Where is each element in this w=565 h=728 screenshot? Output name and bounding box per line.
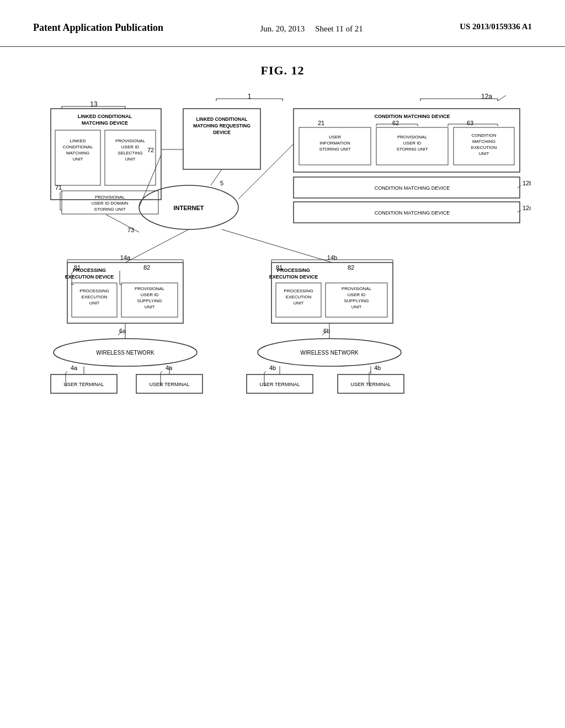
arrow-12c [518, 210, 521, 212]
label-ped-a-2: EXECUTION DEVICE [65, 274, 114, 280]
label-prov-supply-b-3: SUPPLYING [344, 298, 369, 303]
label-cond-exec-1: CONDITION [472, 133, 497, 138]
label-4b-2: 4b [374, 365, 381, 371]
label-prov-domain-1: PROVISIONAL [95, 195, 125, 200]
label-prov-domain-3: STORING UNIT [94, 207, 125, 212]
label-pex-a-3: UNIT [89, 301, 100, 306]
label-prov-sel-3: SELECTING [118, 151, 142, 156]
label-82a: 82 [143, 264, 150, 271]
label-82b: 82 [348, 264, 354, 271]
label-pex-b-2: EXECUTION [286, 295, 312, 299]
header-date: Jun. 20, 2013 [260, 24, 305, 33]
label-prov-domain-2: USER ID DOMAIN [92, 201, 129, 206]
label-81b: 81 [276, 264, 282, 271]
label-cmd-title: CONDITION MATCHING DEVICE [375, 114, 450, 119]
line-internet-cmd [238, 144, 294, 199]
figure-title: FIG. 12 [33, 63, 532, 78]
label-62: 62 [392, 120, 399, 126]
label-req-dev-3: DEVICE [213, 130, 231, 135]
label-5: 5 [220, 180, 223, 186]
label-12c-text: CONDITION MATCHING DEVICE [375, 210, 450, 216]
arrow-12b [518, 185, 521, 188]
label-prov-supply-b-4: UNIT [351, 304, 362, 309]
label-cond-exec-4: UNIT [479, 151, 489, 156]
label-prov-supply-a-4: UNIT [145, 304, 155, 309]
label-prov-sel-2: USER ID [121, 144, 140, 149]
label-prov-storing-1: PROVISIONAL [397, 135, 428, 140]
page-header: Patent Application Publication Jun. 20, … [0, 0, 565, 47]
label-user-info-1: USER [329, 135, 341, 140]
header-center: Jun. 20, 2013 Sheet 11 of 21 [260, 22, 363, 35]
label-4a-1: 4a [71, 365, 78, 371]
label-prov-sel-1: PROVISIONAL [115, 138, 146, 143]
label-ped-b-2: EXECUTION DEVICE [269, 274, 318, 280]
label-prov-supply-a-1: PROVISIONAL [135, 286, 165, 291]
label-13-title-2: MATCHING DEVICE [82, 120, 128, 126]
label-user-info-2: INFORMATION [319, 141, 350, 146]
label-internet: INTERNET [174, 205, 204, 211]
label-12b: 12b [523, 180, 531, 186]
label-linked-cond-1: LINKED [70, 138, 86, 143]
label-72: 72 [147, 147, 154, 153]
label-4a-2: 4a [166, 365, 173, 371]
label-12a: 12a [481, 93, 492, 100]
label-12c: 12c [523, 205, 531, 211]
diagram-area: FIG. 12 1 12a 13 LINKED CONDITIONAL MATC… [0, 47, 565, 475]
label-prov-storing-3: STORING UNIT [396, 147, 428, 152]
label-21: 21 [318, 120, 324, 126]
figure-diagram: 1 12a 13 LINKED CONDITIONAL MATCHING DEV… [34, 89, 531, 464]
label-71: 71 [55, 184, 62, 191]
label-user-info-3: STORING UNIT [319, 147, 350, 152]
label-req-dev-2: MATCHING REQUESTING [193, 123, 250, 129]
label-prov-supply-a-3: SUPPLYING [137, 298, 162, 303]
label-prov-storing-2: USER ID [403, 141, 422, 146]
label-cond-exec-2: MATCHING [472, 139, 495, 144]
label-13-title-1: LINKED CONDITIONAL [78, 114, 132, 119]
label-prov-supply-a-2: USER ID [141, 292, 159, 297]
label-pex-a-1: PROCESSING [79, 288, 109, 293]
label-63: 63 [467, 120, 473, 126]
line-internet-ped-a [125, 229, 189, 263]
label-linked-cond-4: UNIT [73, 157, 83, 162]
label-wireless-b: WIRELESS NETWORK [300, 350, 359, 356]
label-req-dev-1: LINKED CONDITIONAL [196, 116, 247, 122]
label-pex-b-3: UNIT [294, 301, 304, 306]
label-4b-1: 4b [269, 365, 276, 371]
label-linked-cond-2: CONDITIONAL [63, 144, 93, 149]
label-81a: 81 [74, 264, 81, 271]
label-1: 1 [248, 93, 252, 100]
label-13: 13 [90, 100, 98, 108]
label-prov-sel-4: UNIT [125, 157, 136, 162]
arrow-12a [498, 95, 506, 101]
label-ut-4: USER TERMINAL [351, 382, 391, 387]
label-pex-a-2: EXECUTION [82, 295, 108, 299]
label-prov-supply-b-2: USER ID [348, 292, 366, 297]
patent-number: US 2013/0159336 A1 [460, 22, 532, 31]
bracket-82a [120, 271, 121, 285]
box-prov-storing [376, 127, 448, 165]
publication-label: Patent Application Publication [33, 22, 163, 34]
label-ut-2: USER TERMINAL [150, 382, 190, 387]
line-internet-ped-b [222, 229, 332, 263]
label-prov-supply-b-1: PROVISIONAL [342, 286, 372, 291]
label-cond-exec-3: EXECUTION [471, 145, 497, 150]
label-pex-b-1: PROCESSING [284, 288, 313, 293]
label-ut-1: USER TERMINAL [64, 382, 104, 387]
label-12b-text: CONDITION MATCHING DEVICE [375, 185, 450, 191]
label-wireless-a: WIRELESS NETWORK [96, 350, 154, 356]
header-sheet: Sheet 11 of 21 [315, 24, 363, 33]
label-ut-3: USER TERMINAL [260, 382, 300, 387]
line-13-bottom [106, 215, 139, 232]
box-user-info [299, 127, 371, 165]
label-linked-cond-3: MATCHING [66, 151, 89, 156]
